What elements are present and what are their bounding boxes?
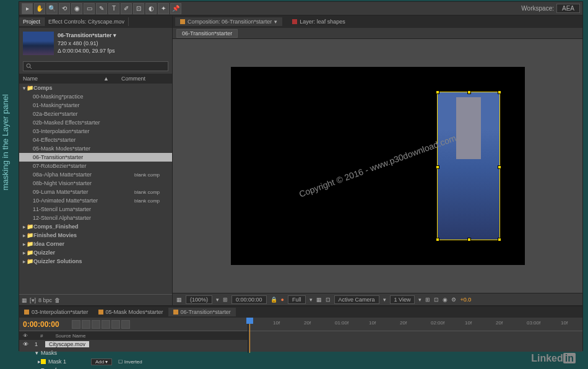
timeline-tab-active[interactable]: 06-Transition*starter	[168, 308, 236, 316]
mask-color-icon	[41, 359, 46, 364]
layer-name[interactable]: Cityscape.mov	[45, 341, 89, 347]
app-window: ▸ ✋ 🔍 ⟲ ◉ ▭ ✎ T ✐ ⊡ ◐ ✦ 📌 Workspace: AEA…	[19, 1, 583, 351]
comp-item[interactable]: 10-Animated Matte*starterblank comp	[19, 196, 172, 205]
composition-panel: Composition: 06-Transition*starter ▾ Lay…	[173, 15, 582, 305]
comp-item[interactable]: 03-Interpolation*starter	[19, 127, 172, 136]
project-columns: Name ▲ Comment	[19, 74, 172, 84]
comp-item[interactable]: 11-Stencil Luma*starter	[19, 205, 172, 214]
comp-name: 06-Transition*starter ▾	[58, 32, 116, 40]
camera-select[interactable]: Active Camera	[334, 295, 379, 304]
view-count[interactable]: 1 View	[390, 295, 415, 304]
project-tab[interactable]: Project	[19, 17, 45, 26]
timecode[interactable]: 0:00:00:00	[23, 320, 59, 329]
comp-item[interactable]: 08a-Alpha Matte*starterblank comp	[19, 170, 172, 179]
comp-item[interactable]: 12-Stencil Alpha*starter	[19, 214, 172, 222]
mask-selection[interactable]	[437, 92, 500, 240]
search-icon	[26, 63, 32, 69]
linkedin-logo: Linkedin	[531, 353, 576, 364]
pen-tool[interactable]: ✎	[96, 3, 107, 14]
comp-item[interactable]: 00-Masking*practice	[19, 92, 172, 101]
comp-item[interactable]: 02b-Masked Effects*starter	[19, 118, 172, 127]
folder-finished-movies[interactable]: ▸📁 Finished Movies	[19, 231, 172, 240]
playhead[interactable]	[249, 318, 250, 353]
zoom-level[interactable]: (100%)	[186, 295, 212, 304]
inverted-checkbox[interactable]: ☐ Inverted	[118, 359, 142, 365]
layer-columns: 👁#Source Name	[19, 331, 248, 340]
rotate-tool[interactable]: ⟲	[59, 3, 70, 14]
time-ruler[interactable]: 10f 20f 01:00f 10f 20f 02:00f 10f 20f 03…	[248, 318, 582, 331]
layer-row[interactable]: 👁1 Cityscape.mov	[19, 340, 248, 349]
masks-group[interactable]: ▾Masks	[19, 349, 248, 357]
roto-tool[interactable]: ✦	[158, 3, 169, 14]
hand-tool[interactable]: ✋	[34, 3, 45, 14]
folder-comps[interactable]: ▾📁 Comps	[19, 84, 172, 92]
project-panel: Project Effect Controls: Cityscape.mov 0…	[19, 15, 173, 305]
comp-item[interactable]: 02a-Bezier*starter	[19, 110, 172, 118]
timeline-tab[interactable]: 03-Interpolation*starter	[19, 308, 93, 316]
viewer-time[interactable]: 0:00:00:00	[231, 295, 267, 304]
exposure[interactable]: +0.0	[460, 297, 471, 303]
canvas[interactable]	[231, 67, 525, 265]
stamp-tool[interactable]: ⊡	[133, 3, 144, 14]
composition-viewer[interactable]: Copyright © 2016 - www.p30download.com	[173, 39, 582, 293]
rect-tool[interactable]: ▭	[84, 3, 95, 14]
zoom-tool[interactable]: 🔍	[46, 3, 58, 14]
sidebar-title: masking in the Layer panel	[1, 94, 10, 190]
tl-btn[interactable]	[121, 320, 130, 329]
comp-duration: Δ 0:00:04:00, 29.97 fps	[58, 47, 116, 55]
mask-mode-select[interactable]: Add ▾	[91, 358, 112, 365]
comp-dimensions: 720 x 480 (0.91)	[58, 40, 116, 48]
tl-search[interactable]	[72, 320, 80, 329]
eraser-tool[interactable]: ◐	[145, 3, 157, 14]
viewer-controls: ▦ (100%) ▾⊞ 0:00:00:00 🔒● Full ▾▦⊡ Activ…	[173, 293, 582, 305]
text-tool[interactable]: T	[108, 3, 119, 14]
timeline-tab[interactable]: 05-Mask Modes*starter	[93, 308, 168, 316]
selection-tool[interactable]: ▸	[22, 3, 33, 14]
brush-tool[interactable]: ✐	[121, 3, 132, 14]
svg-line-1	[30, 67, 32, 69]
folder-quizzler-solutions[interactable]: ▸📁 Quizzler Solutions	[19, 257, 172, 266]
timeline-track-area[interactable]: 10f 20f 01:00f 10f 20f 02:00f 10f 20f 03…	[248, 318, 582, 353]
resolution[interactable]: Full	[288, 295, 306, 304]
layer-tab[interactable]: Layer: leaf shapes	[287, 17, 350, 26]
comp-item[interactable]: 07-RotoBezier*starter	[19, 162, 172, 170]
project-tree: ▾📁 Comps 00-Masking*practice 01-Masking*…	[19, 84, 172, 294]
comp-info: 06-Transition*starter ▾ 720 x 480 (0.91)…	[19, 28, 172, 59]
comp-item[interactable]: 05-Mask Modes*starter	[19, 144, 172, 153]
comp-item[interactable]: 04-Effects*starter	[19, 136, 172, 144]
comp-thumbnail	[23, 32, 54, 55]
comp-item[interactable]: 09-Luma Matte*starterblank comp	[19, 188, 172, 196]
timeline-panel: 03-Interpolation*starter 05-Mask Modes*s…	[19, 305, 582, 352]
search-input[interactable]	[23, 61, 168, 71]
comp-item[interactable]: 01-Masking*starter	[19, 101, 172, 110]
folder-comps-finished[interactable]: ▸📁 Comps_Finished	[19, 222, 172, 231]
comp-item[interactable]: 08b-Night Vision*starter	[19, 179, 172, 188]
tl-btn[interactable]	[82, 320, 90, 329]
comp-item-selected[interactable]: 06-Transition*starter	[19, 153, 172, 162]
tl-btn[interactable]	[92, 320, 100, 329]
tl-btn[interactable]	[111, 320, 120, 329]
mask-row[interactable]: ▸ Mask 1 Add ▾ ☐ Inverted	[19, 357, 248, 366]
folder-quizzler[interactable]: ▸📁 Quizzler	[19, 248, 172, 257]
puppet-tool[interactable]: 📌	[170, 3, 181, 14]
tl-btn[interactable]	[102, 320, 110, 329]
transform-group[interactable]: ▸Transform Reset	[19, 366, 248, 369]
folder-idea-corner[interactable]: ▸📁 Idea Corner	[19, 240, 172, 248]
camera-tool[interactable]: ◉	[71, 3, 82, 14]
composition-tab[interactable]: Composition: 06-Transition*starter ▾	[175, 17, 282, 26]
breadcrumb[interactable]: 06-Transition*starter	[176, 29, 238, 38]
effects-tab[interactable]: Effect Controls: Cityscape.mov	[45, 17, 129, 26]
main-toolbar: ▸ ✋ 🔍 ⟲ ◉ ▭ ✎ T ✐ ⊡ ◐ ✦ 📌 Workspace: AEA	[19, 2, 582, 15]
workspace-selector[interactable]: Workspace: AEA	[521, 4, 580, 13]
project-footer: ▦[▾]8 bpc🗑	[19, 294, 172, 305]
